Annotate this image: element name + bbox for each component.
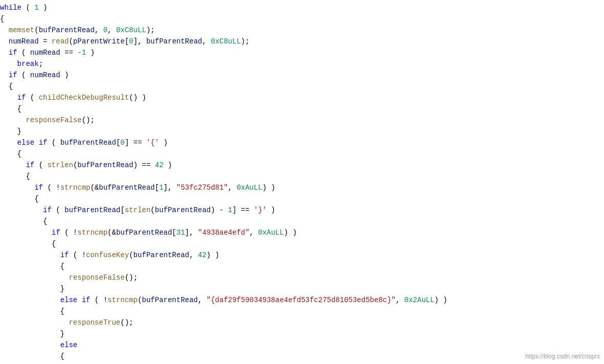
code-line: if ( !confuseKey(bufParentRead, 42) ) — [0, 249, 604, 261]
code-line: { — [0, 103, 604, 115]
code-line: else if ( !strncmp(bufParentRead, "{daf2… — [0, 294, 604, 306]
code-line: { — [0, 216, 604, 227]
code-line: { — [0, 306, 604, 317]
code-line: else — [0, 339, 604, 351]
code-container: while ( 1 ) { memset(bufParentRead, 0, 0… — [0, 0, 604, 364]
code-line: responseFalse(); — [0, 115, 604, 126]
code-line: memset(bufParentRead, 0, 0xC8uLL); — [0, 25, 604, 36]
code-line: else if ( bufParentRead[0] == '{' ) — [0, 137, 604, 148]
code-line: { — [0, 261, 604, 272]
code-line: if ( bufParentRead[strlen(bufParentRead)… — [0, 204, 604, 216]
code-line: } — [0, 328, 604, 339]
code-line: { — [0, 351, 604, 362]
code-line: { — [0, 148, 604, 160]
code-line: if ( numRead == -1 ) — [0, 47, 604, 58]
code-line: if ( !strncmp(&bufParentRead[31], "4938a… — [0, 227, 604, 238]
keyword-while: while — [0, 2, 21, 13]
code-line: } — [0, 126, 604, 137]
code-line: { — [0, 193, 604, 204]
code-line: if ( childCheckDebugResult() ) — [0, 92, 604, 103]
code-line: { — [0, 238, 604, 249]
code-line: } — [0, 283, 604, 294]
code-line: numRead = read(pParentWrite[0], bufParen… — [0, 36, 604, 47]
code-line: if ( !strncmp(&bufParentRead[1], "53fc27… — [0, 182, 604, 193]
code-line: { — [0, 13, 604, 25]
code-line: responseTrue(); — [0, 317, 604, 328]
code-line: { — [0, 171, 604, 182]
watermark: https://blog.csdn.net/cnsprx — [525, 353, 600, 360]
code-line: break; — [0, 58, 604, 70]
code-line: { — [0, 81, 604, 92]
code-line: responseFalse(); — [0, 362, 604, 364]
code-line: while ( 1 ) — [0, 2, 604, 13]
code-line: if ( numRead ) — [0, 70, 604, 81]
code-line: responseFalse(); — [0, 272, 604, 283]
code-line: if ( strlen(bufParentRead) == 42 ) — [0, 160, 604, 171]
